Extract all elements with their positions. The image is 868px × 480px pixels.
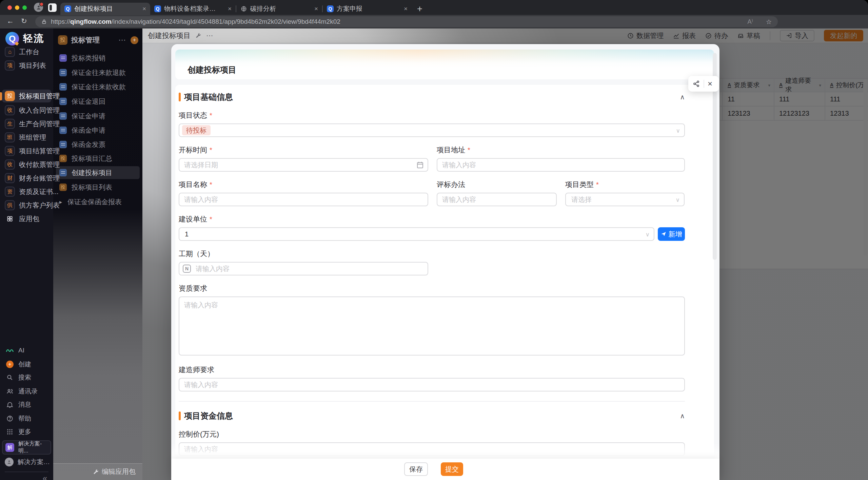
browser-tab[interactable]: Q 方案申报 × xyxy=(323,3,412,15)
workspace-add-icon[interactable]: + xyxy=(131,36,138,44)
window-zoom-button[interactable] xyxy=(22,5,27,10)
chevron-down-icon: ∨ xyxy=(646,231,650,238)
scroll-fade xyxy=(171,443,719,459)
sidebar-item-production-contract[interactable]: 生生产合同管理 xyxy=(2,117,51,130)
read-aloud-icon[interactable]: A⁾ xyxy=(748,18,753,25)
project-name-input[interactable] xyxy=(179,193,428,206)
new-tab-button[interactable]: + xyxy=(417,4,422,14)
workspace-item[interactable]: 保证金往来款收款 xyxy=(56,80,140,93)
sidebar-item-supplier-list[interactable]: 供供方客户列表 xyxy=(2,199,51,212)
window-close-button[interactable] xyxy=(7,5,12,10)
create-bid-project-modal: 创建投标项目 项目基础信息 ∧ 项目状态* 待投标 ∨ xyxy=(171,44,719,480)
sidebar-item-payment[interactable]: 收收付款票管理 xyxy=(2,158,51,171)
workspace-header[interactable]: 投 投标管理 ⋯ + xyxy=(58,33,138,47)
chevron-up-icon[interactable]: ∧ xyxy=(680,412,685,420)
window-minimize-button[interactable] xyxy=(15,5,19,10)
sidebar-item-income-contract[interactable]: 收收入合同管理 xyxy=(2,104,51,117)
edit-package-button[interactable]: 编辑应用包 xyxy=(93,467,136,476)
field-evaluation-method: 评标办法 xyxy=(437,180,557,206)
sidebar-item-workbench[interactable]: ⌂工作台 xyxy=(2,45,51,58)
tab-title: 碳排分析 xyxy=(250,4,276,13)
share-icon[interactable] xyxy=(693,80,700,88)
tab-close-icon[interactable]: × xyxy=(399,5,408,13)
expand-caret-icon[interactable]: ▸ xyxy=(59,199,65,205)
help-icon xyxy=(5,415,14,422)
evaluation-method-input[interactable] xyxy=(437,193,557,206)
app-letter-icon: 项 xyxy=(5,60,15,71)
sidebar-item-qualification[interactable]: 资资质及证书... xyxy=(2,185,51,198)
open-time-input[interactable] xyxy=(179,158,428,172)
add-builder-button[interactable]: 新增 xyxy=(658,227,685,241)
back-button[interactable]: ← xyxy=(7,17,14,25)
project-status-select[interactable]: 待投标 ∨ xyxy=(179,123,685,137)
project-address-input[interactable] xyxy=(437,158,685,172)
project-type-select[interactable]: 请选择 ∨ xyxy=(565,193,685,206)
workspace-item[interactable]: 投标类报销 xyxy=(56,52,140,64)
browser-tab[interactable]: Q 物料设备档案录入-工程管理 × xyxy=(150,3,236,15)
tab-close-icon[interactable]: × xyxy=(138,5,146,13)
app-window: 创建投标项目 ⋯ 数据管理 报表 待办 xyxy=(0,28,868,480)
submit-button[interactable]: 提交 xyxy=(441,462,463,476)
calendar-icon[interactable] xyxy=(416,161,424,169)
tab-panel-icon[interactable] xyxy=(48,3,57,12)
sidebar-item-finance-ledger[interactable]: 财财务台账管理 xyxy=(2,172,51,185)
workspace-more-icon[interactable]: ⋯ xyxy=(118,36,126,44)
qingflow-logo[interactable]: Q 轻流 xyxy=(5,32,44,45)
section-header-fund-info[interactable]: 项目资金信息 ∧ xyxy=(179,410,685,421)
sidebar-item-create[interactable]: + 创建 xyxy=(2,358,51,370)
sidebar-item-more[interactable]: 更多 xyxy=(2,426,51,438)
collapse-sidebar-icon[interactable]: « xyxy=(43,474,47,480)
chevron-up-icon[interactable]: ∧ xyxy=(680,93,685,101)
sidebar-item-search[interactable]: 搜索 xyxy=(2,371,51,384)
save-button[interactable]: 保存 xyxy=(404,462,428,476)
workspace-item-selected[interactable]: 创建投标项目 xyxy=(56,166,140,179)
pill-divider xyxy=(704,80,704,88)
url-path: /index/navigation/40249/tagId/4504881/ap… xyxy=(112,18,340,25)
reload-button[interactable]: ↻ xyxy=(21,17,27,25)
browser-tab[interactable]: Q 创建投标项目 × xyxy=(60,3,150,15)
workspace-item[interactable]: 保证金往来款退款 xyxy=(56,66,140,79)
browser-tab[interactable]: 碳排分析 × xyxy=(236,3,322,15)
workspace-item[interactable]: 投投标项目汇总 xyxy=(56,152,140,165)
workspace-item[interactable]: 保函金申请 xyxy=(56,124,140,137)
address-bar[interactable]: https://qingflow.com/index/navigation/40… xyxy=(35,16,778,27)
tab-close-icon[interactable]: × xyxy=(310,5,318,13)
section-header-basic-info[interactable]: 项目基础信息 ∧ xyxy=(179,92,685,102)
field-duration: 工期（天） N xyxy=(179,249,428,275)
builder-unit-select[interactable]: 1 ∨ xyxy=(179,227,654,241)
workspace-icon: 投 xyxy=(58,35,67,45)
doc-icon xyxy=(59,98,67,105)
sidebar-item-project-list[interactable]: 项项目列表 xyxy=(2,59,51,72)
field-constructor-requirement: 建造师要求 xyxy=(179,365,685,391)
favorite-star-icon[interactable]: ☆ xyxy=(766,18,772,26)
sidebar-item-team-management[interactable]: 班班组管理 xyxy=(2,131,51,144)
doc-icon xyxy=(59,169,67,176)
sidebar-item-app-package[interactable]: 应用包 xyxy=(2,212,51,225)
workspace-item[interactable]: 投投标项目列表 xyxy=(56,181,140,194)
duration-input[interactable] xyxy=(179,262,428,275)
workspace-group[interactable]: ▸保证金保函金报表 xyxy=(56,195,140,208)
sidebar-item-contacts[interactable]: 通讯录 xyxy=(2,385,51,398)
constructor-requirement-input[interactable] xyxy=(179,378,685,391)
sidebar-item-ai[interactable]: AI xyxy=(2,344,51,357)
browser-urlbar: ← ↻ https://qingflow.com/index/navigatio… xyxy=(0,15,868,28)
main-sidebar: Q 轻流 ⌂工作台 项项目列表 投投标项目管理 收收入合同管理 生生产合同管理 … xyxy=(0,28,53,480)
section-accent-bar xyxy=(179,93,181,101)
tab-close-icon[interactable]: × xyxy=(223,5,232,13)
workspace-item[interactable]: 保证金申请 xyxy=(56,110,140,122)
workspace-item[interactable]: 保证金退回 xyxy=(56,95,140,108)
field-open-time: 开标时间* xyxy=(179,145,428,172)
sidebar-item-solution[interactable]: 解 解决方案-明... xyxy=(2,440,51,455)
sidebar-item-settlement[interactable]: 项项目结算管理 xyxy=(2,145,51,157)
app-letter-icon: 收 xyxy=(5,105,15,115)
qingflow-favicon: Q xyxy=(154,5,161,12)
sidebar-item-account[interactable]: 解决方案-明... xyxy=(2,456,51,468)
sidebar-item-bid-management[interactable]: 投投标项目管理 xyxy=(2,90,51,102)
close-icon[interactable]: × xyxy=(708,79,712,89)
qualification-textarea[interactable] xyxy=(179,296,685,356)
sidebar-item-help[interactable]: 帮助 xyxy=(2,412,51,425)
workspace-item[interactable]: 保函金发票 xyxy=(56,138,140,151)
browser-profile-avatar[interactable] xyxy=(34,3,43,12)
sidebar-item-messages[interactable]: 消息 xyxy=(2,399,51,411)
app-letter-icon: 供 xyxy=(5,200,15,210)
